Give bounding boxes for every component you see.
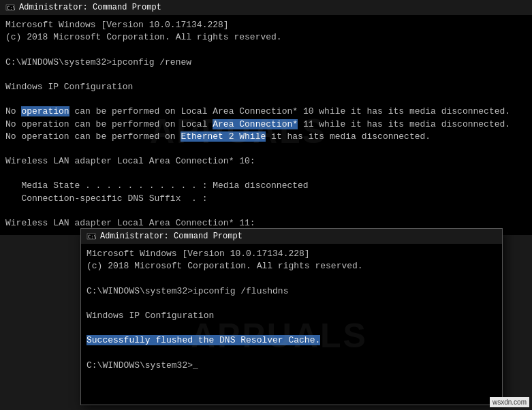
s-cmd-line-8: Successfully flushed the DNS Resolver Ca… [87, 334, 497, 347]
cmd-line-16 [5, 205, 527, 217]
cmd-line-14: Media State . . . . . . . . . . . : Medi… [5, 180, 527, 192]
cmd-line-8: No operation can be performed on Local A… [5, 106, 527, 118]
s-cmd-line-3 [87, 272, 497, 285]
second-titlebar[interactable]: C:\ Administrator: Command Prompt [81, 229, 502, 244]
cmd-line-3 [5, 44, 527, 56]
cmd-line-13 [5, 168, 527, 180]
cmd-window-second: C:\ Administrator: Command Prompt Micros… [80, 228, 503, 405]
s-cmd-line-2: (c) 2018 Microsoft Corporation. All righ… [87, 260, 497, 272]
cmd-line-12: Wireless LAN adapter Local Area Connecti… [5, 155, 527, 168]
cmd-line-5 [5, 69, 527, 81]
cmd-window-main: C:\ Administrator: Command Prompt Micros… [0, 0, 532, 235]
s-cmd-line-5 [87, 298, 497, 310]
cmd-line-1: Microsoft Windows [Version 10.0.17134.22… [5, 19, 527, 31]
main-titlebar-text: Administrator: Command Prompt [19, 3, 161, 12]
svg-text:C:\: C:\ [88, 234, 96, 240]
svg-text:C:\: C:\ [7, 5, 15, 11]
s-cmd-line-6: Windows IP Configuration [87, 310, 497, 322]
s-cmd-line-10: C:\WINDOWS\system32>_ [87, 360, 497, 372]
cmd-line-6: Windows IP Configuration [5, 81, 527, 93]
cmd-line-15: Connection-specific DNS Suffix . : [5, 193, 527, 205]
s-cmd-line-9 [87, 347, 497, 360]
cmd-title-icon: C:\ [5, 3, 15, 12]
cmd-line-11 [5, 143, 527, 155]
cmd-line-10: No operation can be performed on Etherne… [5, 131, 527, 143]
cmd-title-icon-2: C:\ [87, 232, 96, 241]
s-cmd-line-4: C:\WINDOWS\system32>ipconfig /flushdns [87, 285, 497, 298]
main-titlebar[interactable]: C:\ Administrator: Command Prompt [0, 0, 532, 15]
cmd-line-4: C:\WINDOWS\system32>ipconfig /renew [5, 57, 527, 69]
main-cmd-content: Microsoft Windows [Version 10.0.17134.22… [0, 15, 532, 235]
cmd-line-7 [5, 93, 527, 106]
s-cmd-line-7 [87, 322, 497, 334]
cmd-line-2: (c) 2018 Microsoft Corporation. All righ… [5, 31, 527, 44]
cmd-line-9: No operation can be performed on Local A… [5, 119, 527, 131]
second-cmd-content: Microsoft Windows [Version 10.0.17134.22… [81, 244, 502, 405]
s-cmd-line-1: Microsoft Windows [Version 10.0.17134.22… [87, 248, 497, 260]
second-titlebar-text: Administrator: Command Prompt [100, 232, 242, 241]
